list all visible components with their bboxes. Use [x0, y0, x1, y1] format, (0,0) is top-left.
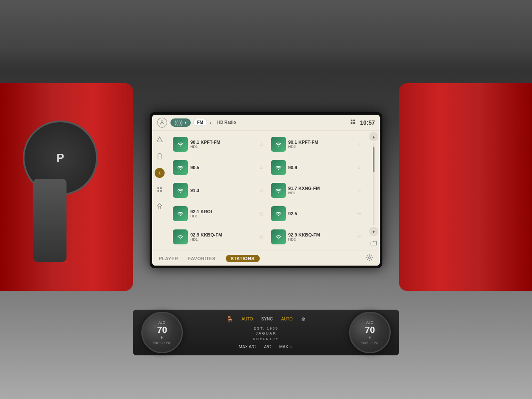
source-selector[interactable]: ((·)) ▾ — [170, 118, 191, 127]
time-display: 10:57 — [360, 119, 375, 126]
sidebar-home-icon[interactable] — [155, 201, 165, 211]
station-sub: HD1 — [190, 237, 256, 241]
settings-icon[interactable] — [366, 254, 373, 263]
station-favorite-icon[interactable]: ☆ — [357, 187, 362, 194]
station-freq: 92.1 KROI — [190, 209, 256, 214]
steering-column — [33, 179, 66, 262]
ac-btn[interactable]: A/C — [264, 345, 271, 349]
svg-point-15 — [180, 192, 181, 193]
station-freq: 92.9 KKBQ-FM — [288, 232, 355, 237]
right-ac-label: A/C — [366, 320, 374, 325]
svg-point-20 — [278, 238, 278, 239]
station-favorite-icon[interactable]: ☆ — [357, 141, 362, 148]
station-item[interactable]: 91.3 ☆ — [170, 180, 266, 201]
svg-rect-4 — [353, 122, 355, 124]
station-signal-icon — [271, 160, 286, 175]
rear-defroster-icon[interactable]: ❄ — [301, 316, 306, 323]
station-item[interactable]: 90.1 KPFT-FM HD2 ☆ — [268, 134, 365, 155]
sidebar-apps-icon[interactable] — [155, 185, 165, 195]
sidebar-phone-icon[interactable] — [155, 151, 165, 161]
sync-btn[interactable]: SYNC — [261, 317, 273, 321]
left-temp-sublabel: Push ↓ / Pull — [153, 341, 171, 345]
station-sub: HD1 — [190, 145, 256, 149]
hd-radio-tab[interactable]: HD Radio — [214, 119, 239, 126]
infotainment-screen: ((·)) ▾ FM ⬥ HD Radio 10:57 — [152, 115, 380, 266]
climate-top-row: 🪑 AUTO SYNC AUTO ❄ — [226, 316, 306, 323]
station-freq: 90.5 — [190, 165, 256, 170]
left-ac-label: A/C — [158, 320, 166, 325]
svg-rect-7 — [157, 187, 159, 189]
profile-icon[interactable] — [157, 118, 167, 128]
station-favorite-icon[interactable]: ☆ — [259, 187, 264, 194]
station-favorite-icon[interactable]: ☆ — [259, 234, 264, 240]
station-favorite-icon[interactable]: ☆ — [259, 164, 264, 170]
station-freq: 90.1 KPFT-FM — [288, 140, 355, 145]
svg-point-19 — [180, 238, 181, 239]
right-leather-panel — [399, 83, 532, 291]
svg-rect-8 — [160, 187, 162, 189]
station-item[interactable]: 92.5 ☆ — [268, 203, 365, 224]
station-signal-icon — [173, 229, 188, 244]
station-info: 91.7 KXNG-FM HD1 — [288, 186, 355, 195]
screen-bezel: ((·)) ▾ FM ⬥ HD Radio 10:57 — [150, 112, 382, 268]
station-favorite-icon[interactable]: ☆ — [259, 211, 264, 217]
scroll-down-button[interactable]: ▼ — [369, 227, 378, 236]
station-item[interactable]: 90.1 KPFT-FM HD1 ☆ — [170, 134, 266, 155]
station-info: 90.9 — [288, 165, 355, 170]
auto-left-btn[interactable]: AUTO — [241, 317, 253, 321]
grid-icon[interactable] — [350, 119, 356, 126]
station-favorite-icon[interactable]: ☆ — [357, 234, 362, 240]
station-favorite-icon[interactable]: ☆ — [357, 211, 362, 217]
station-info: 90.1 KPFT-FM HD2 — [288, 140, 355, 149]
separator: ⬥ — [209, 121, 212, 125]
station-item[interactable]: 92.9 KKBQ-FM HD2 ☆ — [268, 226, 365, 247]
station-item[interactable]: 92.1 KROI HD1 ☆ — [170, 203, 266, 224]
station-item[interactable]: 90.5 ☆ — [170, 157, 266, 178]
station-signal-icon — [173, 206, 188, 221]
bottom-nav: PLAYER FAVORITES STATIONS — [152, 251, 380, 266]
station-item[interactable]: 91.7 KXNG-FM HD1 ☆ — [268, 180, 365, 201]
sidebar-nav-icon[interactable] — [155, 135, 165, 145]
station-info: 92.1 KROI HD1 — [190, 209, 256, 218]
stations-tab[interactable]: STATIONS — [226, 255, 260, 262]
favorites-tab[interactable]: FAVORITES — [188, 256, 216, 261]
right-temp-sublabel: Push ↓ / Pull — [361, 341, 379, 345]
right-temp-knob[interactable]: A/C 70 F Push ↓ / Pull — [349, 312, 391, 353]
max-ac-btn[interactable]: MAX A/C — [239, 345, 256, 349]
folder-icon[interactable] — [369, 239, 379, 249]
chevron-down-icon: ▾ — [185, 120, 187, 125]
climate-panel: A/C 70 F Push ↓ / Pull 🪑 AUTO SYNC AUTO … — [133, 310, 399, 355]
station-freq: 92.9 KKBQ-FM — [190, 232, 256, 237]
station-info: 91.3 — [190, 188, 256, 193]
left-temp-knob[interactable]: A/C 70 F Push ↓ / Pull — [141, 312, 183, 353]
bottom-nav-tabs: PLAYER FAVORITES STATIONS — [159, 255, 260, 262]
right-sidebar: ▲ ▼ — [367, 131, 380, 251]
left-temp-unit: F — [161, 335, 163, 340]
svg-point-18 — [278, 215, 278, 216]
station-signal-icon — [271, 229, 286, 244]
svg-rect-3 — [351, 122, 352, 124]
station-freq: 90.1 KPFT-FM — [190, 140, 256, 145]
scroll-up-button[interactable]: ▲ — [369, 132, 378, 141]
station-item[interactable]: 92.9 KKBQ-FM HD1 ☆ — [170, 226, 266, 247]
max-heat-btn[interactable]: MAX ☼ — [279, 345, 293, 349]
climate-center: 🪑 AUTO SYNC AUTO ❄ EST. 1935JAGUARCOVENT… — [187, 316, 345, 350]
svg-rect-10 — [160, 190, 162, 192]
station-favorite-icon[interactable]: ☆ — [259, 141, 264, 148]
scroll-thumb — [373, 147, 374, 172]
jaguar-logo: EST. 1935JAGUARCOVENTRY — [253, 326, 279, 342]
station-signal-icon — [173, 137, 188, 152]
fm-tab[interactable]: FM — [193, 119, 207, 126]
climate-bottom-row: MAX A/C A/C MAX ☼ — [239, 345, 293, 349]
station-item[interactable]: 90.9 ☆ — [268, 157, 365, 178]
station-signal-icon — [271, 206, 286, 221]
station-info: 92.5 — [288, 211, 355, 216]
station-freq: 90.9 — [288, 165, 355, 170]
left-sidebar: ♪ — [152, 131, 167, 251]
player-tab[interactable]: PLAYER — [159, 256, 178, 261]
sidebar-music-icon[interactable]: ♪ — [155, 168, 165, 178]
auto-right-btn[interactable]: AUTO — [281, 317, 293, 321]
seat-heat-icon[interactable]: 🪑 — [226, 316, 233, 323]
station-info: 90.1 KPFT-FM HD1 — [190, 140, 256, 149]
station-favorite-icon[interactable]: ☆ — [357, 164, 362, 170]
